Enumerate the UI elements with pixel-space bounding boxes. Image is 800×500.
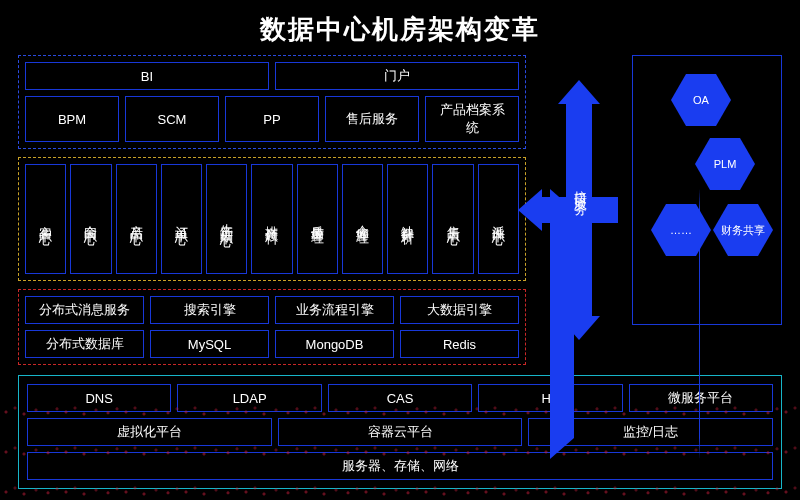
- center-plan: 生产计划中心: [206, 164, 247, 274]
- center-customer: 客户中心: [25, 164, 66, 274]
- engine-bigdata: 大数据引擎: [400, 296, 519, 324]
- db-mysql: MySQL: [150, 330, 269, 358]
- center-schedule: 排产领料: [251, 164, 292, 274]
- page-title: 数据中心机房架构变革: [0, 0, 800, 55]
- app-scm: SCM: [125, 96, 219, 142]
- engine-row-2: 分布式数据库 MySQL MongoDB Redis: [25, 330, 519, 358]
- app-pp: PP: [225, 96, 319, 142]
- infra-virtualization: 虚拟化平台: [27, 418, 272, 446]
- center-warehouse: 仓库管理: [342, 164, 383, 274]
- centers-row: 客户中心 合同中心 产品中心 订单中心 生产计划中心 排产领料 质量管理 仓库管…: [25, 164, 519, 274]
- cross-arrow-icon: 接口服务: [534, 80, 624, 340]
- engines-group: 分布式消息服务 搜索引擎 业务流程引擎 大数据引擎 分布式数据库 MySQL M…: [18, 289, 526, 365]
- external-systems-group: OA PLM …… 财务共享: [632, 55, 782, 325]
- interface-arrow: 接口服务: [534, 55, 624, 365]
- center-dispatch: 派件中心: [478, 164, 519, 274]
- center-aftersales: 售后中心: [432, 164, 473, 274]
- engine-workflow: 业务流程引擎: [275, 296, 394, 324]
- center-contract: 合同中心: [70, 164, 111, 274]
- center-order: 订单中心: [161, 164, 202, 274]
- hex-more: ……: [651, 204, 711, 256]
- engine-row-1: 分布式消息服务 搜索引擎 业务流程引擎 大数据引擎: [25, 296, 519, 324]
- infra-cas: CAS: [328, 384, 472, 412]
- left-column: BI 门户 BPM SCM PP 售后服务 产品档案系统 客户中心 合同中心 产…: [18, 55, 526, 365]
- main-layout: BI 门户 BPM SCM PP 售后服务 产品档案系统 客户中心 合同中心 产…: [0, 55, 800, 365]
- center-quality: 质量管理: [297, 164, 338, 274]
- db-redis: Redis: [400, 330, 519, 358]
- infra-container: 容器云平台: [278, 418, 523, 446]
- app-portal: 门户: [275, 62, 519, 90]
- center-product: 产品中心: [116, 164, 157, 274]
- db-distributed: 分布式数据库: [25, 330, 144, 358]
- app-aftersales: 售后服务: [325, 96, 419, 142]
- applications-group: BI 门户 BPM SCM PP 售后服务 产品档案系统: [18, 55, 526, 149]
- hex-finance: 财务共享: [713, 204, 773, 256]
- infra-ldap: LDAP: [177, 384, 321, 412]
- app-bi: BI: [25, 62, 269, 90]
- infra-dns: DNS: [27, 384, 171, 412]
- hex-oa: OA: [671, 74, 731, 126]
- engine-search: 搜索引擎: [150, 296, 269, 324]
- app-archive: 产品档案系统: [425, 96, 519, 142]
- center-shortage: 缺件分析: [387, 164, 428, 274]
- engine-mq: 分布式消息服务: [25, 296, 144, 324]
- app-row-1: BI 门户: [25, 62, 519, 90]
- db-mongodb: MongoDB: [275, 330, 394, 358]
- interface-label: 接口服务: [571, 180, 589, 196]
- app-bpm: BPM: [25, 96, 119, 142]
- app-row-2: BPM SCM PP 售后服务 产品档案系统: [25, 96, 519, 142]
- hex-plm: PLM: [695, 138, 755, 190]
- centers-group: 客户中心 合同中心 产品中心 订单中心 生产计划中心 排产领料 质量管理 仓库管…: [18, 157, 526, 281]
